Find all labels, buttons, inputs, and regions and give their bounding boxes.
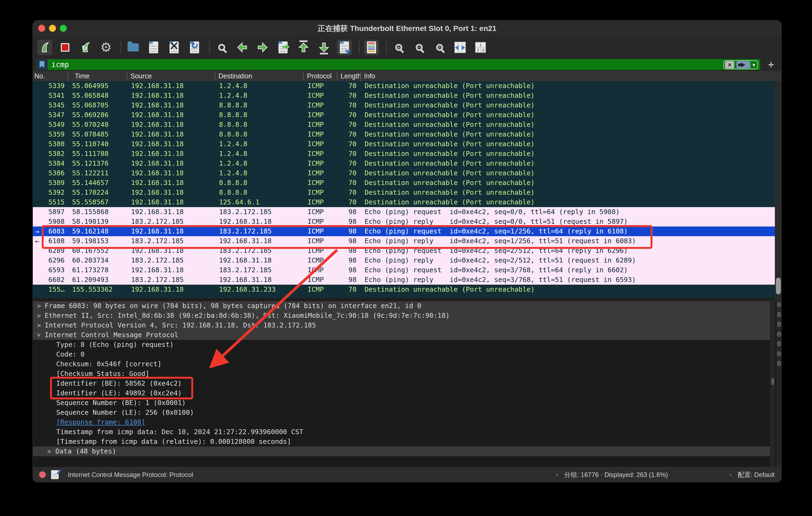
column-header-no[interactable]: No. [33, 71, 68, 81]
details-scrollbar-thumb[interactable] [772, 378, 774, 385]
chevron-collapsed-icon[interactable]: > [35, 301, 42, 311]
packet-row[interactable]: 538455.121376192.168.31.181.2.4.8ICMP70D… [33, 159, 775, 168]
cell-protocol: ICMP [304, 217, 338, 226]
expert-info-indicator[interactable] [39, 471, 46, 478]
detail-tree-row[interactable]: Sequence Number (LE): 256 (0x0100) [33, 408, 770, 417]
find-packet-button[interactable] [214, 39, 229, 55]
packet-row[interactable]: ←610859.198153183.2.172.185192.168.31.18… [33, 236, 775, 246]
packet-row[interactable]: 551555.558567192.168.31.18125.64.6.1ICMP… [33, 197, 775, 207]
packet-list-scrollbar[interactable] [775, 81, 782, 300]
zoom-in-button[interactable]: + [391, 39, 406, 55]
detail-tree-row[interactable]: Type: 8 (Echo (ping) request) [33, 340, 770, 350]
packet-row[interactable]: 538255.111788192.168.31.181.2.4.8ICMP70D… [33, 149, 775, 159]
detail-tree-row[interactable]: >Frame 6083: 98 bytes on wire (784 bits)… [33, 301, 770, 311]
packet-row[interactable]: 660261.209493183.2.172.185192.168.31.18I… [33, 275, 775, 285]
column-header-source[interactable]: Source [127, 71, 215, 81]
packet-row[interactable]: →608359.162148192.168.31.18183.2.172.185… [33, 226, 775, 236]
cell-length: 70 [338, 149, 361, 159]
go-forward-button[interactable] [255, 39, 270, 55]
go-to-top-button[interactable] [296, 39, 311, 55]
column-header-info[interactable]: Info [361, 71, 782, 81]
detail-tree-row[interactable]: >Ethernet II, Src: Intel_8d:6b:38 (90:e2… [33, 311, 770, 321]
detail-tree-row[interactable]: Checksum: 0x546f [correct] [33, 359, 770, 369]
filter-controls: × ▾ [723, 60, 758, 69]
packet-row[interactable]: 629660.203734183.2.172.185192.168.31.18I… [33, 255, 775, 265]
detail-tree-row[interactable]: Identifier (BE): 58562 (0xe4c2) [33, 379, 770, 388]
chevron-collapsed-icon[interactable]: > [35, 321, 42, 330]
resize-columns-button[interactable] [453, 39, 468, 55]
filter-dropdown-caret[interactable]: ▾ [753, 62, 755, 68]
go-to-bottom-button[interactable] [316, 39, 331, 55]
detail-tree-row[interactable]: >Data (48 bytes) [33, 446, 770, 456]
save-file-button[interactable] [146, 39, 161, 55]
chevron-collapsed-icon[interactable]: > [46, 446, 53, 456]
cell-source: 192.168.31.18 [127, 139, 215, 149]
packet-row[interactable]: 590858.190139183.2.172.185192.168.31.18I… [33, 217, 775, 226]
packet-row[interactable]: 533955.064995192.168.31.181.2.4.8ICMP70D… [33, 81, 775, 91]
packet-row[interactable]: 535955.078485192.168.31.188.8.8.8ICMP70D… [33, 130, 775, 139]
zoom-out-button[interactable]: − [412, 39, 427, 55]
cell-info: Destination unreachable (Port unreachabl… [361, 168, 775, 178]
detail-tree-row[interactable]: [Checksum Status: Good] [33, 369, 770, 379]
reload-file-button[interactable]: ↻ [187, 39, 202, 55]
capture-options-button[interactable]: ⚙ [98, 39, 114, 55]
layout-button[interactable]: 1 2 3 [473, 39, 488, 55]
cell-length: 70 [338, 197, 361, 207]
details-scrollbar[interactable] [770, 300, 775, 467]
zoom-reset-button[interactable]: = [432, 39, 447, 55]
cell-source: 192.168.31.18 [127, 246, 215, 255]
detail-tree-row[interactable]: [Timestamp from icmp data (relative): 0.… [33, 437, 770, 446]
detail-tree-row[interactable]: Identifier (LE): 49892 (0xc2e4) [33, 388, 770, 398]
packet-row[interactable]: 659361.173278192.168.31.18183.2.172.185I… [33, 265, 775, 275]
column-header-protocol[interactable]: Protocol [304, 71, 338, 81]
title-bar[interactable]: 正在捕获 Thunderbolt Ethernet Slot 0, Port 1… [33, 21, 781, 37]
fullscreen-button[interactable] [60, 25, 67, 32]
packet-row[interactable]: 539255.170224192.168.31.188.8.8.8ICMP70D… [33, 188, 775, 197]
column-header-time[interactable]: Time [68, 71, 127, 81]
detail-tree-row[interactable]: [Response frame: 6108] [33, 417, 770, 427]
packet-row[interactable]: 534555.068705192.168.31.188.8.8.8ICMP70D… [33, 101, 775, 110]
packet-row[interactable]: 538655.122211192.168.31.181.2.4.8ICMP70D… [33, 168, 775, 178]
filter-clear-button[interactable]: × [725, 61, 734, 69]
packet-row[interactable]: 538055.110740192.168.31.181.2.4.8ICMP70D… [33, 139, 775, 149]
start-capture-button[interactable] [37, 39, 52, 55]
packet-row[interactable]: 534755.069286192.168.31.188.8.8.8ICMP70D… [33, 110, 775, 120]
column-header-destination[interactable]: Destination [215, 71, 304, 81]
cell-destination: 8.8.8.8 [215, 130, 304, 139]
reload-icon: ↻ [191, 40, 199, 51]
auto-scroll-button[interactable] [337, 39, 352, 55]
packet-row[interactable]: 155…155.553362192.168.31.18192.168.31.23… [33, 285, 775, 294]
close-button[interactable] [38, 25, 45, 32]
detail-tree-row[interactable]: >Internet Protocol Version 4, Src: 192.1… [33, 321, 770, 330]
packet-row[interactable]: 534155.065848192.168.31.181.2.4.8ICMP70D… [33, 91, 775, 101]
go-to-packet-button[interactable] [276, 39, 291, 55]
open-file-button[interactable] [126, 39, 141, 55]
filter-apply-button[interactable] [736, 61, 750, 69]
packet-row[interactable]: 589758.155868192.168.31.18183.2.172.185I… [33, 207, 775, 217]
packet-row[interactable]: 534955.070248192.168.31.188.8.8.8ICMP70D… [33, 120, 775, 130]
restart-capture-button[interactable]: ↻ [78, 39, 93, 55]
close-file-button[interactable]: ✕ [167, 39, 182, 55]
chevron-expanded-icon[interactable]: > [34, 331, 44, 338]
packet-row[interactable]: 628960.167552192.168.31.18183.2.172.185I… [33, 246, 775, 255]
chevron-collapsed-icon[interactable]: > [35, 311, 42, 321]
cell-info: Destination unreachable (Port unreachabl… [361, 285, 775, 294]
filter-bookmark-button[interactable] [36, 59, 48, 70]
column-header-length[interactable]: Length [338, 71, 361, 81]
detail-tree-row[interactable]: Code: 0 [33, 350, 770, 359]
colorize-button[interactable] [364, 39, 379, 55]
packet-row[interactable]: 538955.144657192.168.31.188.8.8.8ICMP70D… [33, 178, 775, 188]
horizontal-scrollbar[interactable] [33, 298, 775, 300]
detail-tree-row[interactable]: Sequence Number (BE): 1 (0x0001) [33, 398, 770, 408]
display-filter-input[interactable]: icmp × ▾ + [36, 59, 760, 70]
response-frame-link[interactable]: [Response frame: 6108] [33, 418, 145, 426]
stop-capture-button[interactable] [58, 39, 72, 55]
status-profile[interactable]: 配置: Default [738, 467, 775, 482]
scrollbar-thumb[interactable] [776, 278, 781, 294]
detail-tree-row[interactable]: Timestamp from icmp data: Dec 10, 2024 2… [33, 427, 770, 437]
go-back-button[interactable] [235, 39, 250, 55]
detail-tree-row[interactable]: >Internet Control Message Protocol [33, 330, 770, 340]
capture-comment-icon[interactable] [51, 470, 59, 479]
minimize-button[interactable] [49, 25, 56, 32]
filter-add-button[interactable]: + [768, 60, 774, 69]
